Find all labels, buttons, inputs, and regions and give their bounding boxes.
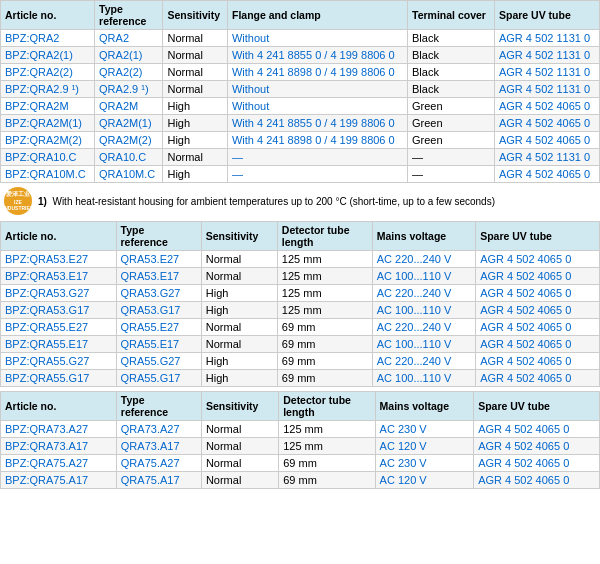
table-cell: 69 mm (279, 472, 375, 489)
table-row: BPZ:QRA10M.CQRA10M.CHigh——AGR 4 502 4065… (1, 166, 600, 183)
col-type-2: Typereference (116, 222, 201, 251)
col-article-1: Article no. (1, 1, 95, 30)
col-type-1: Typereference (95, 1, 163, 30)
table-cell: Normal (163, 30, 228, 47)
table-row: BPZ:QRA10.CQRA10.CNormal——AGR 4 502 1131… (1, 149, 600, 166)
table-2: Article no. Typereference Sensitivity De… (0, 221, 600, 387)
table-cell: With 4 241 8898 0 / 4 199 8806 0 (227, 64, 407, 81)
table-cell: QRA10M.C (95, 166, 163, 183)
table-cell: AGR 4 502 4065 0 (494, 132, 599, 149)
table-cell: QRA2.9 ¹) (95, 81, 163, 98)
table-row: BPZ:QRA2(1)QRA2(1)NormalWith 4 241 8855 … (1, 47, 600, 64)
table-cell: BPZ:QRA53.G27 (1, 285, 117, 302)
table-row: BPZ:QRA55.E17QRA55.E17Normal69 mmAC 100.… (1, 336, 600, 353)
table-cell: Normal (163, 81, 228, 98)
table-cell: Green (408, 115, 495, 132)
table-cell: BPZ:QRA2M(1) (1, 115, 95, 132)
table-cell: Normal (201, 455, 278, 472)
table-cell: BPZ:QRA75.A27 (1, 455, 117, 472)
table-cell: Normal (201, 268, 277, 285)
table-cell: BPZ:QRA53.E27 (1, 251, 117, 268)
table-cell: Normal (201, 438, 278, 455)
col-mains-2: Mains voltage (372, 222, 475, 251)
table-cell: Green (408, 132, 495, 149)
table-cell: AC 230 V (375, 455, 474, 472)
table-cell: 125 mm (277, 251, 372, 268)
table-cell: BPZ:QRA73.A27 (1, 421, 117, 438)
table-cell: QRA53.E27 (116, 251, 201, 268)
table-cell: BPZ:QRA73.A17 (1, 438, 117, 455)
table-cell: — (227, 149, 407, 166)
col-spare-3: Spare UV tube (474, 392, 600, 421)
table-cell: AGR 4 502 4065 0 (476, 336, 600, 353)
table-cell: AC 220...240 V (372, 353, 475, 370)
table-row: BPZ:QRA2(2)QRA2(2)NormalWith 4 241 8898 … (1, 64, 600, 81)
table-row: BPZ:QRA55.G17QRA55.G17High69 mmAC 100...… (1, 370, 600, 387)
table-cell: High (201, 353, 277, 370)
col-sensitivity-3: Sensitivity (201, 392, 278, 421)
table-row: BPZ:QRA75.A17QRA75.A17Normal69 mmAC 120 … (1, 472, 600, 489)
note-cell: 爱泽工业 IZE INDUSTRIES 1) With heat-resista… (0, 185, 600, 217)
table-cell: AGR 4 502 1131 0 (494, 149, 599, 166)
table-cell: — (227, 166, 407, 183)
table-cell: QRA73.A27 (116, 421, 201, 438)
table-cell: Normal (163, 47, 228, 64)
table-row: BPZ:QRA2QRA2NormalWithoutBlackAGR 4 502 … (1, 30, 600, 47)
note-text: 1) With heat-resistant housing for ambie… (38, 196, 495, 207)
table-cell: Green (408, 98, 495, 115)
table-cell: 125 mm (277, 268, 372, 285)
table-cell: BPZ:QRA53.G17 (1, 302, 117, 319)
table-row: BPZ:QRA2M(2)QRA2M(2)HighWith 4 241 8898 … (1, 132, 600, 149)
table-cell: QRA2M(1) (95, 115, 163, 132)
table-cell: 69 mm (277, 336, 372, 353)
table-cell: Black (408, 47, 495, 64)
table-cell: Normal (201, 472, 278, 489)
table-cell: BPZ:QRA10M.C (1, 166, 95, 183)
table-cell: AC 100...110 V (372, 370, 475, 387)
table-cell: QRA55.E17 (116, 336, 201, 353)
table-cell: BPZ:QRA2(1) (1, 47, 95, 64)
table-cell: 69 mm (277, 319, 372, 336)
col-flange-1: Flange and clamp (227, 1, 407, 30)
table-cell: With 4 241 8855 0 / 4 199 8806 0 (227, 115, 407, 132)
table-cell: AGR 4 502 1131 0 (494, 30, 599, 47)
table-cell: QRA2(1) (95, 47, 163, 64)
col-article-2: Article no. (1, 222, 117, 251)
table-cell: 69 mm (279, 455, 375, 472)
table-cell: Black (408, 30, 495, 47)
table-cell: QRA75.A17 (116, 472, 201, 489)
table-cell: AGR 4 502 4065 0 (494, 98, 599, 115)
table-cell: QRA2M (95, 98, 163, 115)
table-cell: Normal (201, 336, 277, 353)
table-cell: QRA55.G27 (116, 353, 201, 370)
table-cell: QRA53.G17 (116, 302, 201, 319)
col-type-3: Typereference (116, 392, 201, 421)
table-cell: AGR 4 502 4065 0 (476, 319, 600, 336)
table-cell: AGR 4 502 4065 0 (476, 285, 600, 302)
table-cell: Normal (163, 149, 228, 166)
table-cell: QRA73.A17 (116, 438, 201, 455)
col-article-3: Article no. (1, 392, 117, 421)
col-terminal-1: Terminal cover (408, 1, 495, 30)
table-cell: AGR 4 502 4065 0 (476, 302, 600, 319)
table-cell: High (201, 370, 277, 387)
col-sensitivity-2: Sensitivity (201, 222, 277, 251)
table-cell: High (201, 302, 277, 319)
table-cell: With 4 241 8855 0 / 4 199 8806 0 (227, 47, 407, 64)
table-cell: High (163, 166, 228, 183)
table-cell: AGR 4 502 1131 0 (494, 64, 599, 81)
table-cell: High (163, 132, 228, 149)
table-cell: AGR 4 502 4065 0 (474, 472, 600, 489)
col-detector-3: Detector tubelength (279, 392, 375, 421)
table-cell: Normal (201, 421, 278, 438)
table-cell: AGR 4 502 4065 0 (476, 251, 600, 268)
table-row: BPZ:QRA2M(1)QRA2M(1)HighWith 4 241 8855 … (1, 115, 600, 132)
table-row: BPZ:QRA73.A17QRA73.A17Normal125 mmAC 120… (1, 438, 600, 455)
table-cell: BPZ:QRA2 (1, 30, 95, 47)
table-cell: AGR 4 502 4065 0 (474, 421, 600, 438)
table-cell: QRA55.G17 (116, 370, 201, 387)
col-sensitivity-1: Sensitivity (163, 1, 228, 30)
table-cell: High (201, 285, 277, 302)
table-row: BPZ:QRA55.G27QRA55.G27High69 mmAC 220...… (1, 353, 600, 370)
table-cell: — (408, 149, 495, 166)
